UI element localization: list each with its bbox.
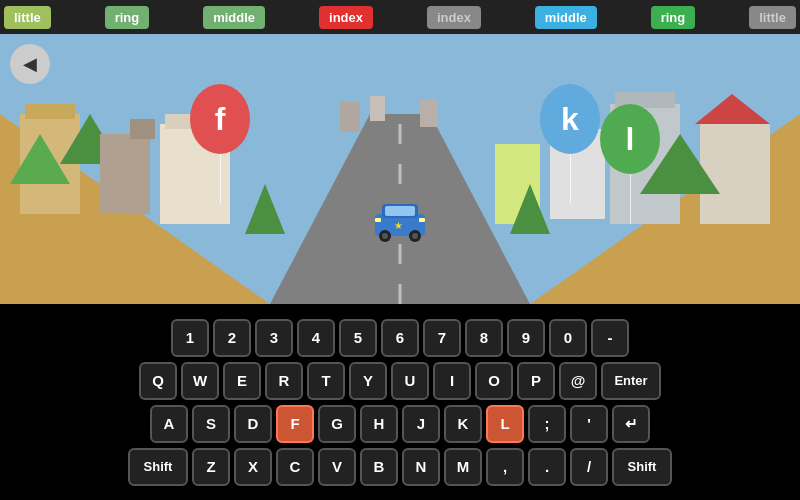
svg-point-33 — [412, 233, 418, 239]
key-k[interactable]: K — [444, 405, 482, 443]
keyboard-row-3: A S D F G H J K L ; ' ↵ — [150, 405, 650, 443]
key-b[interactable]: B — [360, 448, 398, 486]
car: ★ — [370, 194, 430, 244]
balloon-f-string — [220, 154, 221, 204]
svg-text:★: ★ — [394, 220, 403, 231]
balloon-l-string — [630, 174, 631, 224]
key-shift-right[interactable]: Shift — [612, 448, 672, 486]
key-g[interactable]: G — [318, 405, 356, 443]
keyboard-row-1: 1 2 3 4 5 6 7 8 9 0 - — [171, 319, 629, 357]
balloon-k-circle: k — [540, 84, 600, 154]
key-m[interactable]: M — [444, 448, 482, 486]
svg-rect-10 — [130, 119, 155, 139]
key-x[interactable]: X — [234, 448, 272, 486]
key-i[interactable]: I — [433, 362, 471, 400]
finger-middle-right: middle — [535, 6, 597, 29]
key-e[interactable]: E — [223, 362, 261, 400]
finger-little-left: little — [4, 6, 51, 29]
key-p[interactable]: P — [517, 362, 555, 400]
key-shift-left[interactable]: Shift — [128, 448, 188, 486]
balloon-l: l — [600, 104, 660, 224]
keyboard-row-4: Shift Z X C V B N M , . / Shift — [128, 448, 672, 486]
key-z[interactable]: Z — [192, 448, 230, 486]
balloon-f-circle: f — [190, 84, 250, 154]
finger-ring-left: ring — [105, 6, 150, 29]
balloon-k-string — [570, 154, 571, 204]
key-3[interactable]: 3 — [255, 319, 293, 357]
svg-rect-21 — [370, 96, 385, 121]
key-1[interactable]: 1 — [171, 319, 209, 357]
key-s[interactable]: S — [192, 405, 230, 443]
key-u[interactable]: U — [391, 362, 429, 400]
key-d[interactable]: D — [234, 405, 272, 443]
key-9[interactable]: 9 — [507, 319, 545, 357]
game-scene: ◀ ★ f k l — [0, 34, 800, 304]
svg-point-32 — [382, 233, 388, 239]
key-slash[interactable]: / — [570, 448, 608, 486]
key-enter[interactable]: Enter — [601, 362, 661, 400]
key-2[interactable]: 2 — [213, 319, 251, 357]
key-7[interactable]: 7 — [423, 319, 461, 357]
key-r[interactable]: R — [265, 362, 303, 400]
key-quote[interactable]: ' — [570, 405, 608, 443]
key-backspace[interactable]: ↵ — [612, 405, 650, 443]
svg-rect-29 — [385, 206, 415, 216]
svg-rect-36 — [419, 218, 425, 222]
key-minus[interactable]: - — [591, 319, 629, 357]
key-t[interactable]: T — [307, 362, 345, 400]
key-l[interactable]: L — [486, 405, 524, 443]
balloon-k: k — [540, 84, 600, 204]
finger-little-right: little — [749, 6, 796, 29]
svg-rect-6 — [25, 104, 75, 119]
svg-rect-9 — [100, 134, 150, 214]
key-5[interactable]: 5 — [339, 319, 377, 357]
key-o[interactable]: O — [475, 362, 513, 400]
back-button[interactable]: ◀ — [10, 44, 50, 84]
key-6[interactable]: 6 — [381, 319, 419, 357]
key-j[interactable]: J — [402, 405, 440, 443]
key-n[interactable]: N — [402, 448, 440, 486]
key-h[interactable]: H — [360, 405, 398, 443]
finger-ring-right: ring — [651, 6, 696, 29]
key-comma[interactable]: , — [486, 448, 524, 486]
balloon-l-circle: l — [600, 104, 660, 174]
key-c[interactable]: C — [276, 448, 314, 486]
finger-bar: little ring middle index index middle ri… — [0, 0, 800, 34]
key-at[interactable]: @ — [559, 362, 597, 400]
key-a[interactable]: A — [150, 405, 188, 443]
svg-rect-15 — [700, 124, 770, 224]
key-0[interactable]: 0 — [549, 319, 587, 357]
finger-index-center: index — [319, 6, 373, 29]
finger-middle-left: middle — [203, 6, 265, 29]
key-4[interactable]: 4 — [297, 319, 335, 357]
keyboard-area: 1 2 3 4 5 6 7 8 9 0 - Q W E R T Y U I O … — [0, 304, 800, 500]
key-f[interactable]: F — [276, 405, 314, 443]
key-y[interactable]: Y — [349, 362, 387, 400]
key-q[interactable]: Q — [139, 362, 177, 400]
key-period[interactable]: . — [528, 448, 566, 486]
svg-rect-20 — [340, 102, 360, 132]
svg-rect-35 — [375, 218, 381, 222]
key-semicolon[interactable]: ; — [528, 405, 566, 443]
balloon-f: f — [190, 84, 250, 204]
finger-index-right: index — [427, 6, 481, 29]
key-v[interactable]: V — [318, 448, 356, 486]
svg-rect-22 — [420, 99, 438, 127]
key-w[interactable]: W — [181, 362, 219, 400]
key-8[interactable]: 8 — [465, 319, 503, 357]
keyboard-row-2: Q W E R T Y U I O P @ Enter — [139, 362, 661, 400]
